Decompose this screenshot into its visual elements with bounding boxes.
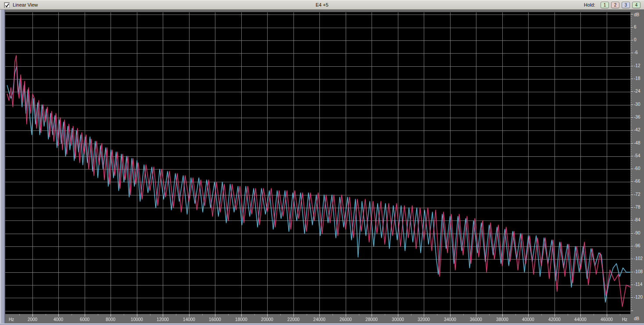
hold-button-4[interactable]: 4 bbox=[632, 2, 640, 8]
y-tick bbox=[631, 111, 632, 111]
y-tick bbox=[631, 66, 633, 66]
y-tick-label: 6 bbox=[634, 25, 637, 29]
x-tick-label: 42000 bbox=[548, 317, 561, 322]
x-tick-label: 36000 bbox=[470, 317, 482, 322]
y-tick bbox=[631, 263, 632, 264]
y-tick bbox=[631, 180, 632, 180]
y-tick bbox=[631, 29, 632, 30]
x-tick bbox=[385, 314, 385, 315]
y-tick-label: -36 bbox=[634, 115, 640, 119]
y-tick bbox=[631, 31, 632, 32]
y-tick bbox=[631, 47, 632, 47]
y-tick bbox=[631, 270, 632, 270]
y-tick bbox=[631, 222, 632, 223]
y-tick bbox=[631, 124, 632, 124]
db-top-label: dB bbox=[634, 12, 639, 17]
y-tick bbox=[631, 162, 632, 163]
y-tick bbox=[631, 205, 632, 206]
y-tick bbox=[631, 297, 633, 298]
y-tick bbox=[631, 130, 633, 130]
hold-button-1[interactable]: 1 bbox=[601, 2, 609, 8]
y-tick bbox=[631, 128, 632, 128]
y-tick bbox=[631, 308, 632, 309]
y-tick bbox=[631, 190, 632, 191]
y-tick bbox=[631, 14, 633, 14]
window-left-frame bbox=[0, 10, 5, 325]
y-tick bbox=[631, 253, 632, 253]
x-tick-label: 38000 bbox=[496, 317, 508, 322]
toolbar: Linear View E4 +5 Hold: 1234 bbox=[0, 0, 644, 10]
y-tick bbox=[631, 265, 632, 266]
y-tick bbox=[631, 220, 633, 220]
y-tick bbox=[631, 216, 632, 217]
y-tick bbox=[631, 74, 632, 75]
x-tick bbox=[319, 314, 320, 317]
y-tick bbox=[631, 91, 633, 92]
x-tick bbox=[502, 314, 503, 317]
x-tick bbox=[568, 314, 568, 315]
y-tick bbox=[631, 134, 632, 135]
y-tick bbox=[631, 105, 633, 105]
y-tick-label: -30 bbox=[634, 102, 640, 107]
y-tick bbox=[631, 102, 632, 103]
x-tick-label: 44000 bbox=[574, 317, 587, 322]
y-tick bbox=[631, 246, 633, 246]
y-tick-label: -102 bbox=[634, 256, 643, 261]
x-tick-label: 14000 bbox=[183, 317, 195, 322]
x-tick bbox=[189, 314, 190, 317]
y-tick bbox=[631, 154, 632, 154]
x-tick bbox=[202, 314, 203, 315]
y-tick bbox=[631, 145, 632, 145]
y-tick bbox=[631, 289, 632, 289]
y-tick bbox=[631, 244, 632, 244]
x-tick bbox=[515, 314, 516, 315]
x-tick bbox=[98, 314, 98, 315]
y-tick bbox=[631, 224, 632, 225]
y-tick bbox=[631, 143, 633, 144]
y-tick bbox=[631, 195, 633, 195]
y-tick-label: -78 bbox=[634, 205, 640, 209]
y-tick-label: -72 bbox=[634, 192, 640, 197]
x-tick bbox=[333, 314, 333, 315]
x-tick bbox=[241, 314, 242, 317]
db-bottom-label: dB bbox=[634, 316, 639, 321]
y-tick bbox=[631, 192, 632, 193]
y-tick bbox=[631, 149, 632, 150]
y-tick bbox=[631, 173, 632, 173]
y-tick bbox=[631, 300, 632, 300]
y-tick bbox=[631, 33, 632, 34]
x-tick bbox=[555, 314, 555, 317]
y-tick-label: -6 bbox=[634, 50, 638, 55]
y-tick bbox=[631, 280, 632, 281]
y-tick bbox=[631, 231, 632, 231]
y-tick-label: -12 bbox=[634, 63, 640, 68]
y-tick bbox=[631, 139, 632, 139]
y-tick bbox=[631, 248, 632, 249]
y-tick bbox=[631, 282, 632, 283]
x-tick bbox=[398, 314, 398, 317]
y-tick bbox=[631, 76, 632, 77]
x-tick bbox=[58, 314, 59, 317]
y-tick bbox=[631, 108, 632, 109]
y-tick bbox=[631, 304, 632, 304]
y-tick-label: -108 bbox=[634, 269, 643, 274]
x-tick-label: 10000 bbox=[131, 317, 143, 322]
x-tick bbox=[254, 314, 255, 315]
y-tick bbox=[631, 272, 633, 272]
y-tick bbox=[631, 83, 632, 83]
y-tick-label: -66 bbox=[634, 179, 640, 184]
x-tick bbox=[124, 314, 124, 315]
x-tick bbox=[580, 314, 581, 317]
y-tick-label: 0 bbox=[634, 37, 637, 42]
y-tick bbox=[631, 233, 633, 234]
y-tick bbox=[631, 169, 633, 169]
y-tick bbox=[631, 152, 632, 152]
hold-button-3[interactable]: 3 bbox=[622, 2, 630, 8]
hold-button-2[interactable]: 2 bbox=[611, 2, 619, 8]
y-tick bbox=[631, 100, 632, 101]
y-tick-label: -24 bbox=[634, 89, 640, 94]
x-tick bbox=[607, 314, 607, 317]
y-tick-label: -84 bbox=[634, 217, 640, 222]
plot-title: E4 +5 bbox=[0, 2, 644, 7]
y-tick bbox=[631, 239, 632, 240]
